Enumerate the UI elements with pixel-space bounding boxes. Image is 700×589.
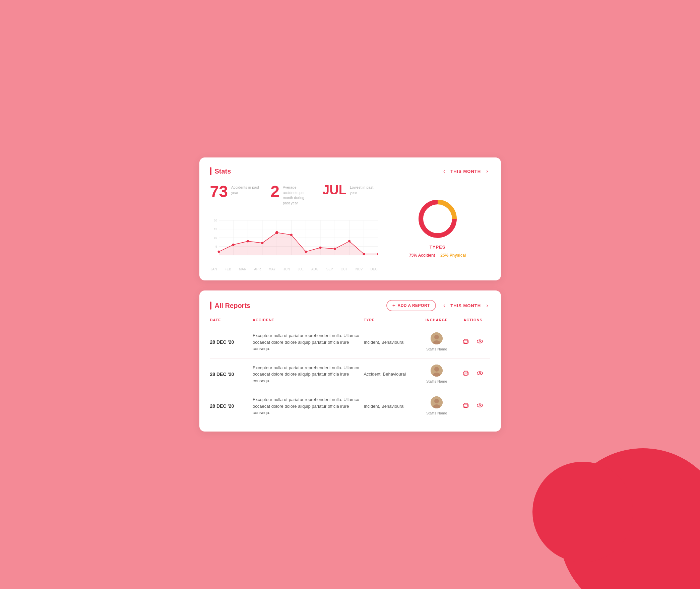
- stats-title: Stats: [215, 168, 231, 175]
- table-row: 28 DEC '20Excepteur nulla ut pariatur re…: [210, 390, 490, 422]
- reports-controls: + ADD A REPORT ‹ THIS MONTH ›: [386, 300, 490, 311]
- action-icons-group: [456, 336, 490, 348]
- svg-point-25: [275, 231, 278, 234]
- svg-text:5: 5: [215, 245, 217, 248]
- types-legend: 75% Accident 25% Physical: [409, 253, 466, 258]
- type-cell: Accident, Behavioural: [364, 358, 417, 390]
- legend-physical: 25% Physical: [440, 253, 466, 258]
- print-button[interactable]: [461, 368, 471, 380]
- stats-left-panel: 73 Accidents in past year 2 Average acci…: [210, 184, 378, 271]
- svg-point-45: [434, 367, 439, 372]
- col-incharge: INCHARGE: [418, 318, 456, 326]
- svg-point-27: [305, 251, 307, 253]
- reports-title: All Reports: [215, 302, 251, 310]
- svg-text:20: 20: [214, 219, 217, 222]
- type-cell: Incident, Behavioural: [364, 390, 417, 422]
- reports-table-header-row: DATE ACCIDENT TYPE INCHARGE ACTIONS: [210, 318, 490, 326]
- avatar: [431, 396, 443, 408]
- svg-point-58: [477, 404, 483, 407]
- actions-cell: [456, 390, 490, 422]
- svg-point-26: [290, 234, 292, 236]
- svg-point-42: [477, 340, 483, 343]
- print-button[interactable]: [461, 400, 471, 412]
- date-cell: 28 DEC '20: [210, 390, 253, 422]
- lowest-value: JUL: [322, 184, 346, 196]
- stats-month-label: THIS MONTH: [450, 169, 481, 174]
- incharge-cell: Staff's Name: [418, 358, 456, 390]
- plus-icon: +: [392, 303, 396, 309]
- svg-text:10: 10: [214, 236, 217, 240]
- svg-point-31: [363, 253, 365, 255]
- svg-point-22: [232, 244, 234, 246]
- action-icons-group: [456, 400, 490, 412]
- donut-chart-wrap: [416, 197, 459, 241]
- accident-cell: Excepteur nulla ut pariatur reprehenderi…: [253, 358, 364, 390]
- reports-month-label: THIS MONTH: [450, 303, 481, 308]
- reports-card-header: All Reports + ADD A REPORT ‹ THIS MONTH …: [210, 300, 490, 311]
- svg-point-57: [467, 405, 468, 405]
- svg-point-51: [479, 373, 481, 374]
- table-row: 28 DEC '20Excepteur nulla ut pariatur re…: [210, 326, 490, 358]
- reports-title-bar: [210, 302, 211, 310]
- reports-table-head: DATE ACCIDENT TYPE INCHARGE ACTIONS: [210, 318, 490, 326]
- stats-next-month-button[interactable]: ›: [484, 167, 490, 176]
- accident-cell: Excepteur nulla ut pariatur reprehenderi…: [253, 326, 364, 358]
- svg-point-28: [319, 247, 321, 249]
- svg-point-41: [467, 341, 468, 341]
- svg-point-30: [348, 240, 351, 243]
- svg-point-29: [333, 248, 336, 250]
- staff-name: Staff's Name: [426, 411, 447, 415]
- average-value: 2: [270, 184, 279, 200]
- average-desc: Average accidnets per month during past …: [283, 185, 312, 206]
- staff-name: Staff's Name: [426, 379, 447, 383]
- reports-month-nav: ‹ THIS MONTH ›: [441, 301, 490, 310]
- actions-cell: [456, 326, 490, 358]
- print-icon: [462, 338, 469, 345]
- stats-prev-month-button[interactable]: ‹: [441, 167, 447, 176]
- date-cell: 28 DEC '20: [210, 326, 253, 358]
- title-bar-accent: [210, 167, 211, 175]
- types-label: TYPES: [430, 245, 446, 250]
- svg-point-59: [479, 404, 481, 406]
- table-row: 28 DEC '20Excepteur nulla ut pariatur re…: [210, 358, 490, 390]
- incharge-cell: Staff's Name: [418, 326, 456, 358]
- line-chart-svg: 20 15 10 5: [210, 212, 378, 266]
- stat-lowest: JUL Lowest in past year: [322, 184, 378, 206]
- chart-x-labels: JAN FEB MAR APR MAY JUN JUL AUG SEP OCT …: [210, 267, 378, 271]
- stats-month-nav: ‹ THIS MONTH ›: [441, 167, 490, 176]
- avatar: [431, 332, 443, 344]
- svg-point-53: [434, 399, 439, 403]
- print-button[interactable]: [461, 336, 471, 348]
- print-icon: [462, 370, 469, 377]
- incharge-cell: Staff's Name: [418, 390, 456, 422]
- col-date: DATE: [210, 318, 253, 326]
- reports-next-month-button[interactable]: ›: [484, 301, 490, 310]
- accidents-desc: Accidents in past year: [231, 185, 260, 195]
- add-report-label: ADD A REPORT: [398, 303, 430, 308]
- main-container: Stats ‹ THIS MONTH › 73 Accidents in pas…: [199, 157, 501, 431]
- svg-point-43: [479, 340, 481, 342]
- reports-title-wrap: All Reports: [210, 302, 251, 310]
- type-cell: Incident, Behavioural: [364, 326, 417, 358]
- accident-cell: Excepteur nulla ut pariatur reprehenderi…: [253, 390, 364, 422]
- add-report-button[interactable]: + ADD A REPORT: [386, 300, 436, 311]
- lowest-desc: Lowest in past year: [350, 185, 378, 195]
- view-button[interactable]: [475, 400, 485, 412]
- reports-table: DATE ACCIDENT TYPE INCHARGE ACTIONS 28 D…: [210, 318, 490, 422]
- eye-icon: [476, 338, 484, 345]
- view-button[interactable]: [475, 368, 485, 380]
- svg-point-49: [467, 373, 468, 373]
- stats-card-header: Stats ‹ THIS MONTH ›: [210, 167, 490, 176]
- staff-name: Staff's Name: [426, 347, 447, 351]
- donut-chart-svg: [416, 197, 459, 241]
- col-actions: ACTIONS: [456, 318, 490, 326]
- avatar: [431, 365, 443, 377]
- svg-point-21: [217, 251, 220, 253]
- stat-accidents: 73 Accidents in past year: [210, 184, 260, 206]
- svg-text:15: 15: [214, 227, 217, 231]
- print-icon: [462, 402, 469, 409]
- col-type: TYPE: [364, 318, 417, 326]
- reports-prev-month-button[interactable]: ‹: [441, 301, 447, 310]
- view-button[interactable]: [475, 336, 485, 348]
- actions-cell: [456, 358, 490, 390]
